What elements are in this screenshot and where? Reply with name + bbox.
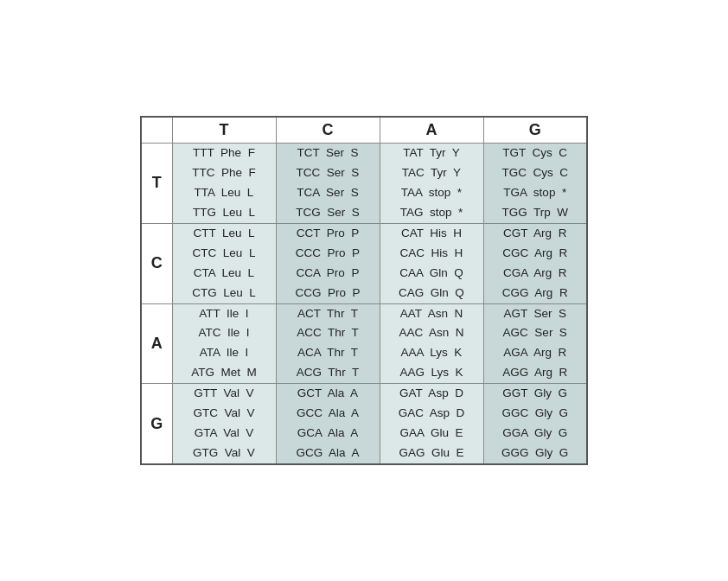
- codon-cell-r0-c1: TCT Ser STCC Ser STCA Ser STCG Ser S: [276, 144, 380, 224]
- codon-cell-r1-c3: CGT Arg RCGC Arg RCGA Arg RCGG Arg R: [483, 223, 587, 303]
- codon-cell-r3-c2: GAT Asp DGAC Asp DGAA Glu EGAG Glu E: [380, 384, 483, 464]
- col-header-C: C: [276, 117, 380, 144]
- codon-cell-r1-c0: CTT Leu LCTC Leu LCTA Leu LCTG Leu L: [172, 223, 276, 303]
- col-header-G: G: [483, 117, 587, 144]
- row-header-A: A: [141, 303, 172, 384]
- codon-cell-r3-c3: GGT Gly GGGC Gly GGGA Gly GGGG Gly G: [483, 384, 587, 464]
- codon-cell-r0-c3: TGT Cys CTGC Cys CTGA stop *TGG Trp W: [483, 144, 587, 224]
- codon-cell-r1-c2: CAT His HCAC His HCAA Gln QCAG Gln Q: [380, 223, 483, 303]
- codon-cell-r2-c2: AAT Asn NAAC Asn NAAA Lys KAAG Lys K: [380, 303, 483, 384]
- row-header-C: C: [141, 223, 172, 303]
- codon-cell-r2-c3: AGT Ser SAGC Ser SAGA Arg RAGG Arg R: [483, 303, 587, 384]
- codon-cell-r1-c1: CCT Pro PCCC Pro PCCA Pro PCCG Pro P: [276, 223, 380, 303]
- codon-cell-r2-c1: ACT Thr TACC Thr TACA Thr TACG Thr T: [276, 303, 380, 384]
- corner-cell: [141, 117, 172, 144]
- col-header-T: T: [172, 117, 276, 144]
- codon-cell-r0-c0: TTT Phe FTTC Phe FTTA Leu LTTG Leu L: [172, 144, 276, 224]
- col-header-A: A: [380, 117, 483, 144]
- codon-cell-r3-c1: GCT Ala AGCC Ala AGCA Ala AGCG Ala A: [276, 384, 380, 464]
- row-header-G: G: [141, 384, 172, 464]
- codon-cell-r0-c2: TAT Tyr YTAC Tyr YTAA stop *TAG stop *: [380, 144, 483, 224]
- codon-table: T C A G TTTT Phe FTTC Phe FTTA Leu LTTG …: [140, 116, 588, 465]
- codon-cell-r3-c0: GTT Val VGTC Val VGTA Val VGTG Val V: [172, 384, 276, 464]
- codon-cell-r2-c0: ATT Ile IATC Ile IATA Ile IATG Met M: [172, 303, 276, 384]
- row-header-T: T: [141, 144, 172, 224]
